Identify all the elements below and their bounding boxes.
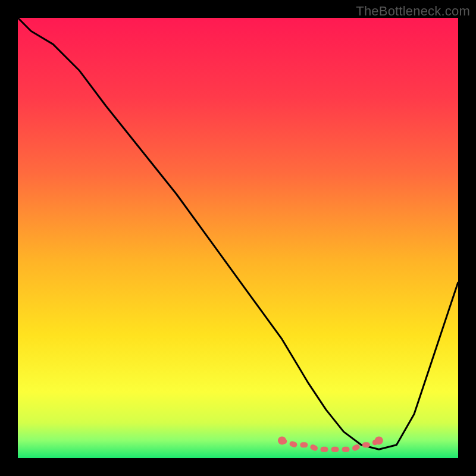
watermark-text: TheBottleneck.com <box>356 4 470 19</box>
chart-plot <box>18 18 458 458</box>
chart-frame: TheBottleneck.com <box>0 0 476 476</box>
chart-svg <box>18 18 458 458</box>
optimal-zone-start-marker <box>278 436 286 444</box>
gradient-background <box>18 18 458 458</box>
optimal-zone-end-marker <box>375 436 383 444</box>
